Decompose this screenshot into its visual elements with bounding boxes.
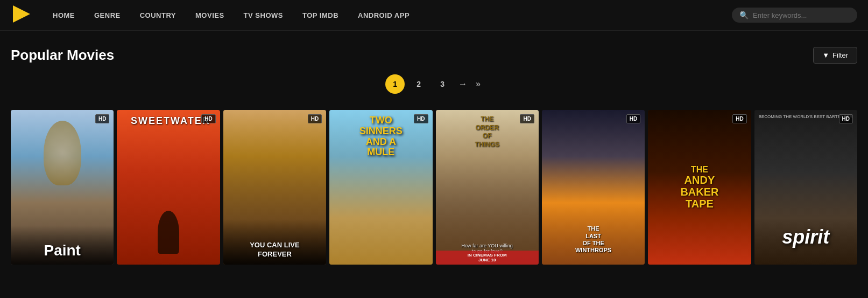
hd-badge-twosinners: HD — [414, 114, 428, 123]
search-icon: 🔍 — [739, 11, 749, 19]
page-title: Popular Movies — [11, 47, 114, 64]
order-release: IN CINEMAS FROMJUNE 10 — [438, 253, 537, 262]
hd-badge-sweetwater: HD — [201, 114, 215, 123]
main-content: Popular Movies ▼ Filter 1 2 3 → » Paint … — [0, 31, 868, 275]
search-input[interactable] — [753, 11, 850, 19]
page-next-arrow[interactable]: → — [456, 79, 469, 89]
nav-androidapp[interactable]: ANDROID APP — [348, 0, 419, 31]
movie-card-paint[interactable]: Paint HD — [11, 110, 114, 265]
nav-tvshows[interactable]: TV SHOWS — [234, 0, 293, 31]
movie-card-last[interactable]: THELASTOF THEWINTHROPS HD — [542, 110, 645, 265]
nav-topimdb[interactable]: TOP IMDB — [293, 0, 348, 31]
movie-card-twosinners[interactable]: TWOSINNERSAND AMULE HD — [329, 110, 432, 265]
hd-badge-youcanlive: HD — [308, 114, 322, 123]
navbar: HOME GENRE COUNTRY MOVIES TV SHOWS TOP I… — [0, 0, 868, 31]
movie-title-andy: THEANDYBAKERTAPE — [680, 165, 718, 210]
movie-title-order: THEORDEROFTHINGS — [452, 115, 522, 149]
movie-grid: Paint HD SWEETWATER HD YOU CAN LIV — [11, 110, 857, 265]
page-btn-1[interactable]: 1 — [385, 74, 405, 94]
page-btn-3[interactable]: 3 — [433, 74, 452, 94]
movie-title-last: THELASTOF THEWINTHROPS — [546, 225, 640, 254]
hd-badge-paint: HD — [95, 114, 109, 123]
filter-button[interactable]: ▼ Filter — [813, 47, 857, 64]
movie-title-spirit: spirit — [782, 226, 829, 248]
movie-card-andy[interactable]: THEANDYBAKERTAPE HD — [648, 110, 751, 265]
hd-badge-andy: HD — [732, 114, 746, 123]
movie-card-sweetwater[interactable]: SWEETWATER HD — [117, 110, 220, 265]
filter-label: Filter — [832, 51, 848, 59]
page-btn-2[interactable]: 2 — [409, 74, 428, 94]
nav-genre[interactable]: GENRE — [84, 0, 130, 31]
movie-card-youcanlive[interactable]: YOU CAN LIVEFOREVER HD — [223, 110, 326, 265]
movie-title-youcanlive: YOU CAN LIVEFOREVER — [228, 241, 322, 259]
nav-country[interactable]: COUNTRY — [130, 0, 186, 31]
movie-title-paint: Paint — [15, 242, 109, 259]
nav-links: HOME GENRE COUNTRY MOVIES TV SHOWS TOP I… — [43, 0, 732, 31]
page-last-arrow[interactable]: » — [474, 79, 483, 89]
svg-marker-0 — [13, 5, 30, 23]
page-header: Popular Movies ▼ Filter — [11, 47, 857, 64]
hd-badge-order: HD — [520, 114, 534, 123]
hd-badge-last: HD — [626, 114, 640, 123]
pagination: 1 2 3 → » — [11, 74, 857, 94]
hd-badge-spirit: HD — [839, 114, 853, 123]
movie-title-twosinners: TWOSINNERSAND AMULE — [346, 115, 416, 158]
filter-icon: ▼ — [822, 51, 829, 59]
nav-home[interactable]: HOME — [43, 0, 84, 31]
movie-card-order[interactable]: THEORDEROFTHINGS How far are YOU willing… — [436, 110, 539, 265]
search-bar: 🔍 — [732, 8, 857, 23]
movie-card-spirit[interactable]: BECOMING THE WORLD'S BEST BARTENDER spir… — [754, 110, 857, 265]
logo[interactable] — [11, 3, 43, 27]
movie-title-sweetwater: SWEETWATER — [131, 115, 206, 127]
nav-movies[interactable]: MOVIES — [186, 0, 234, 31]
